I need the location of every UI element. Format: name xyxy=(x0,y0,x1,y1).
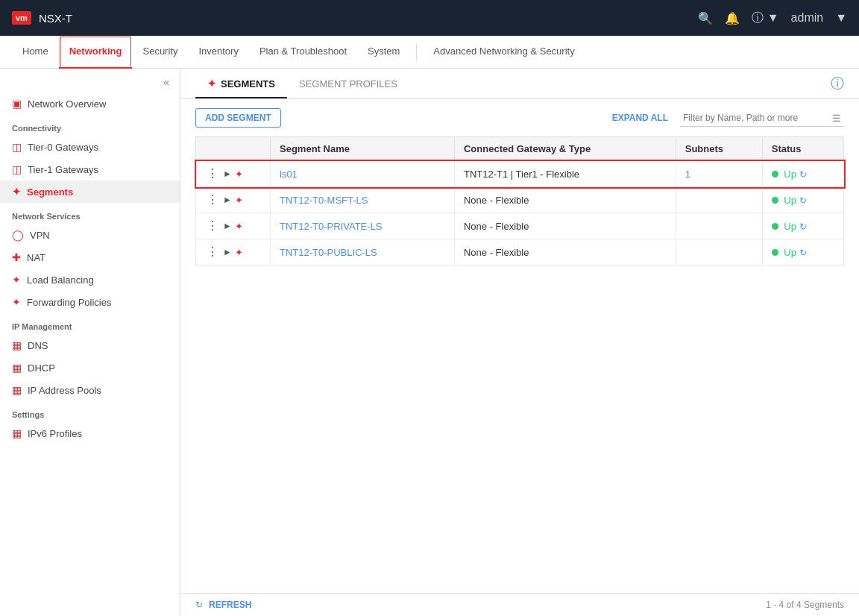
sidebar-item-load-balancing[interactable]: ✦ Load Balancing xyxy=(0,268,180,291)
network-services-section-label: Network Services xyxy=(0,203,180,224)
nav-advanced[interactable]: Advanced Networking & Security xyxy=(423,36,585,69)
col-segment-name: Segment Name xyxy=(271,137,455,161)
app-title: NSX-T xyxy=(39,12,72,25)
sidebar-item-nat[interactable]: ✚ NAT xyxy=(0,246,180,268)
row-refresh-icon[interactable]: ↻ xyxy=(799,221,807,232)
subnets-cell xyxy=(676,187,762,213)
filter-input[interactable] xyxy=(680,110,844,127)
row-expand-button[interactable]: ► xyxy=(223,169,232,179)
sidebar-item-vpn[interactable]: ◯ VPN xyxy=(0,224,180,246)
status-cell: Up ↻ xyxy=(762,239,843,265)
sidebar-item-forwarding-policies[interactable]: ✦ Forwarding Policies xyxy=(0,291,180,313)
status-text: Up xyxy=(784,221,796,232)
row-actions: ⋮ ► ✦ xyxy=(205,220,261,232)
row-actions-cell: ⋮ ► ✦ xyxy=(196,213,271,239)
subnets-cell xyxy=(676,239,762,265)
content-tabs: ✦ SEGMENTS SEGMENT PROFILES ⓘ xyxy=(180,69,859,99)
nav-security[interactable]: Security xyxy=(132,36,188,69)
segment-icon: ✦ xyxy=(235,195,243,206)
content-help-icon[interactable]: ⓘ xyxy=(831,75,844,92)
fwd-icon: ✦ xyxy=(12,296,21,308)
add-segment-button[interactable]: ADD SEGMENT xyxy=(195,108,281,128)
sidebar-item-label: Segments xyxy=(27,186,73,198)
tier0-icon: ◫ xyxy=(12,141,22,153)
sidebar-item-label: DNS xyxy=(28,340,48,351)
segment-name-link[interactable]: TNT12-T0-MSFT-LS xyxy=(280,195,368,206)
tab-profiles-label: SEGMENT PROFILES xyxy=(299,78,397,89)
segment-icon: ✦ xyxy=(235,169,243,180)
status-dot xyxy=(772,171,778,177)
segments-table: Segment Name Connected Gateway & Type Su… xyxy=(195,136,844,265)
row-actions-cell: ⋮ ► ✦ xyxy=(196,239,271,265)
dns-icon: ▦ xyxy=(12,339,22,351)
nav-plan[interactable]: Plan & Troubleshoot xyxy=(249,36,357,69)
lb-icon: ✦ xyxy=(12,274,21,286)
nav-home[interactable]: Home xyxy=(12,36,59,69)
search-icon[interactable]: 🔍 xyxy=(698,11,713,25)
row-expand-button[interactable]: ► xyxy=(223,221,232,231)
sidebar-item-label: IPv6 Profiles xyxy=(28,428,82,439)
col-gateway-type: Connected Gateway & Type xyxy=(454,137,676,161)
content-footer: ↻ REFRESH 1 - 4 of 4 Segments xyxy=(180,593,859,616)
expand-all-button[interactable]: EXPAND ALL xyxy=(612,113,668,123)
refresh-button[interactable]: REFRESH xyxy=(209,600,251,610)
row-menu-button[interactable]: ⋮ xyxy=(205,220,220,232)
sidebar-item-tier1[interactable]: ◫ Tier-1 Gateways xyxy=(0,158,180,180)
sidebar-collapse-button[interactable]: « xyxy=(160,75,172,89)
topbar-right: 🔍 🔔 ⓘ ▼ admin ▼ xyxy=(698,10,847,26)
sidebar: « ▣ Network Overview Connectivity ◫ Tier… xyxy=(0,69,180,616)
table-row: ⋮ ► ✦ TNT12-T0-PRIVATE-LS None - Flexibl… xyxy=(196,213,844,239)
network-overview-icon: ▣ xyxy=(12,98,22,110)
tier1-icon: ◫ xyxy=(12,163,22,175)
sidebar-item-label: VPN xyxy=(30,230,50,241)
row-actions-cell: ⋮ ► ✦ xyxy=(196,187,271,213)
nat-icon: ✚ xyxy=(12,251,21,263)
sidebar-item-label: Tier-1 Gateways xyxy=(28,164,98,175)
nav-bar: Home Networking Security Inventory Plan … xyxy=(0,36,859,69)
table-row: ⋮ ► ✦ ls01 TNT12-T1 | Tier1 - Flexible 1 xyxy=(196,161,844,187)
sidebar-item-segments[interactable]: ✦ Segments xyxy=(0,180,180,203)
vpn-icon: ◯ xyxy=(12,229,24,241)
status-dot xyxy=(772,197,778,204)
table-header-row: Segment Name Connected Gateway & Type Su… xyxy=(196,137,844,161)
sidebar-item-ip-address-pools[interactable]: ▦ IP Address Pools xyxy=(0,379,180,401)
help-icon[interactable]: ⓘ ▼ xyxy=(752,10,778,26)
bell-icon[interactable]: 🔔 xyxy=(725,11,740,25)
user-chevron[interactable]: ▼ xyxy=(835,11,847,25)
nav-system[interactable]: System xyxy=(357,36,410,69)
table-row: ⋮ ► ✦ TNT12-T0-MSFT-LS None - Flexible xyxy=(196,187,844,213)
status-cell: Up ↻ xyxy=(762,213,843,239)
sidebar-item-network-overview[interactable]: ▣ Network Overview xyxy=(0,92,180,115)
segments-table-wrap: Segment Name Connected Gateway & Type Su… xyxy=(180,136,859,593)
row-refresh-icon[interactable]: ↻ xyxy=(799,248,807,258)
sidebar-item-dns[interactable]: ▦ DNS xyxy=(0,334,180,356)
status-text: Up xyxy=(784,247,796,258)
status-text: Up xyxy=(784,169,796,180)
row-menu-button[interactable]: ⋮ xyxy=(205,246,220,258)
tab-segment-profiles[interactable]: SEGMENT PROFILES xyxy=(287,69,409,98)
subnet-link[interactable]: 1 xyxy=(685,169,690,180)
filter-input-wrap: ☰ xyxy=(680,110,844,127)
nav-inventory[interactable]: Inventory xyxy=(188,36,248,69)
nav-networking[interactable]: Networking xyxy=(59,36,133,69)
status-cell: Up ↻ xyxy=(762,187,843,213)
gateway-type-cell: TNT12-T1 | Tier1 - Flexible xyxy=(454,161,676,187)
segment-name-link[interactable]: ls01 xyxy=(280,169,298,180)
row-menu-button[interactable]: ⋮ xyxy=(205,194,220,206)
segment-name-link[interactable]: TNT12-T0-PRIVATE-LS xyxy=(280,221,382,232)
row-expand-button[interactable]: ► xyxy=(223,195,232,205)
row-refresh-icon[interactable]: ↻ xyxy=(799,195,807,206)
sidebar-item-dhcp[interactable]: ▦ DHCP xyxy=(0,356,180,379)
tab-segments[interactable]: ✦ SEGMENTS xyxy=(195,69,287,98)
sidebar-item-ipv6-profiles[interactable]: ▦ IPv6 Profiles xyxy=(0,422,180,444)
segment-name-link[interactable]: TNT12-T0-PUBLIC-LS xyxy=(280,247,377,258)
row-menu-button[interactable]: ⋮ xyxy=(205,168,220,180)
row-actions: ⋮ ► ✦ xyxy=(205,168,261,180)
segments-tab-icon: ✦ xyxy=(207,78,216,89)
gateway-type-cell: None - Flexible xyxy=(454,213,676,239)
col-subnets: Subnets xyxy=(676,137,762,161)
row-expand-button[interactable]: ► xyxy=(223,247,232,257)
sidebar-item-tier0[interactable]: ◫ Tier-0 Gateways xyxy=(0,136,180,158)
row-refresh-icon[interactable]: ↻ xyxy=(799,169,807,180)
user-menu[interactable]: admin xyxy=(791,11,824,25)
